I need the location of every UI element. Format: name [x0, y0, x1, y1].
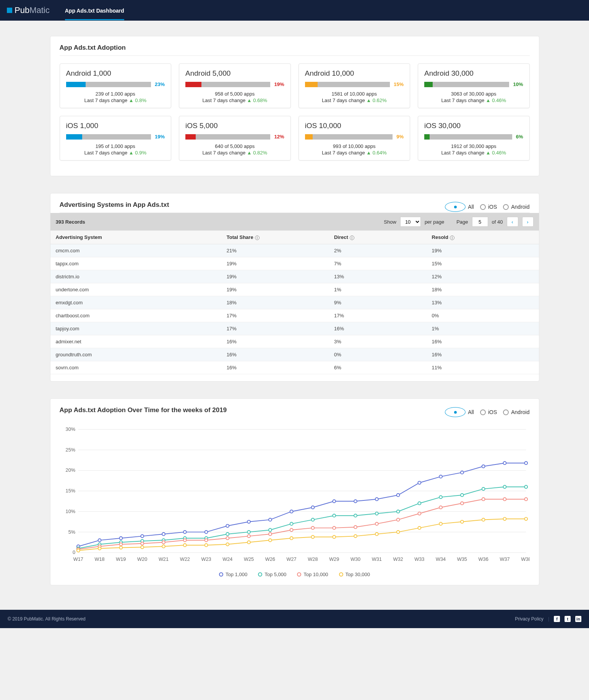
adoption-card: Android 1,00023%239 of 1,000 appsLast 7 … — [60, 63, 172, 108]
svg-text:W36: W36 — [478, 557, 488, 562]
brand-logo[interactable]: PubMatic — [7, 5, 50, 15]
svg-point-68 — [290, 522, 293, 525]
cell-resold: 13% — [427, 296, 539, 309]
linkedin-icon[interactable]: in — [575, 616, 581, 622]
card-subtitle: 993 of 10,000 apps — [305, 143, 404, 149]
adoption-card: iOS 30,0006%1912 of 30,000 appsLast 7 da… — [418, 116, 530, 161]
svg-point-86 — [204, 539, 208, 542]
progress-pct: 23% — [155, 81, 165, 87]
legend-item[interactable]: Top 1,000 — [219, 572, 247, 577]
svg-text:15%: 15% — [65, 488, 75, 494]
table-row[interactable]: districtm.io19%13%12% — [50, 270, 539, 283]
adoption-card: Android 10,00015%1581 of 10,000 appsLast… — [299, 63, 411, 108]
page-total: of 40 — [492, 219, 503, 225]
svg-text:W34: W34 — [436, 557, 446, 562]
radio-all[interactable]: All — [445, 202, 474, 212]
table-row[interactable]: sovrn.com16%6%11% — [50, 361, 539, 374]
svg-point-72 — [375, 512, 378, 515]
col-resold[interactable]: Resoldi — [427, 231, 539, 244]
col-direct[interactable]: Directi — [329, 231, 427, 244]
tab-dashboard[interactable]: App Ads.txt Dashboard — [65, 1, 124, 20]
legend-dot-icon — [297, 572, 301, 577]
page-size-select[interactable]: 10 — [400, 217, 421, 227]
svg-text:W33: W33 — [414, 557, 424, 562]
progress-bar — [305, 82, 390, 87]
legend-item[interactable]: Top 30,000 — [339, 572, 370, 577]
svg-text:W30: W30 — [350, 557, 360, 562]
cell-system: tappx.com — [50, 257, 221, 270]
arrow-up-icon: ▲ — [129, 150, 134, 156]
cell-direct: 17% — [329, 309, 427, 322]
cell-resold: 16% — [427, 335, 539, 348]
svg-text:W28: W28 — [308, 557, 318, 562]
cards-grid: Android 1,00023%239 of 1,000 appsLast 7 … — [60, 63, 530, 108]
table-row[interactable]: tapjoy.com17%16%1% — [50, 322, 539, 335]
cell-direct: 3% — [329, 335, 427, 348]
info-icon[interactable]: i — [255, 235, 260, 240]
svg-point-65 — [226, 533, 229, 536]
svg-point-75 — [439, 495, 442, 499]
col-system[interactable]: Advertising System — [50, 231, 221, 244]
svg-point-56 — [503, 461, 506, 465]
info-icon[interactable]: i — [450, 235, 454, 240]
privacy-link[interactable]: Privacy Policy — [515, 616, 544, 622]
radio-android[interactable]: Android — [503, 409, 529, 415]
cell-direct: 13% — [329, 270, 427, 283]
info-icon[interactable]: i — [350, 235, 354, 240]
card-title: iOS 10,000 — [305, 122, 404, 130]
arrow-up-icon: ▲ — [129, 97, 134, 103]
prev-page-button[interactable]: ‹ — [507, 217, 518, 227]
svg-text:W29: W29 — [329, 557, 339, 562]
logo-square-icon — [7, 8, 12, 13]
svg-point-92 — [333, 526, 336, 529]
progress-bar — [66, 134, 151, 140]
table-row[interactable]: undertone.com19%1%18% — [50, 283, 539, 296]
radio-dot-icon — [480, 204, 486, 210]
cell-system: sovrn.com — [50, 361, 221, 374]
svg-point-52 — [418, 481, 421, 484]
svg-text:W24: W24 — [222, 557, 232, 562]
card-change: Last 7 days change ▲ 0.46% — [424, 150, 523, 156]
chevron-right-icon: › — [527, 219, 528, 225]
next-page-button[interactable]: › — [522, 217, 534, 227]
svg-text:W37: W37 — [500, 557, 509, 562]
svg-text:W19: W19 — [116, 557, 126, 562]
svg-text:W27: W27 — [286, 557, 296, 562]
svg-point-83 — [141, 542, 144, 545]
footer-copyright: © 2019 PubMatic. All Rights Reserved — [8, 616, 86, 622]
table-row[interactable]: groundtruth.com16%0%16% — [50, 348, 539, 361]
svg-point-88 — [247, 534, 250, 538]
svg-point-74 — [418, 502, 421, 505]
table-toolbar: 393 Records Show 10 per page Page of 40 … — [50, 213, 539, 231]
arrow-up-icon: ▲ — [486, 150, 491, 156]
legend-item[interactable]: Top 10,000 — [297, 572, 328, 577]
twitter-icon[interactable]: t — [565, 616, 571, 622]
radio-ios[interactable]: iOS — [480, 409, 497, 415]
facebook-icon[interactable]: f — [554, 616, 560, 622]
table-row[interactable]: cmcm.com21%2%19% — [50, 244, 539, 257]
radio-ios[interactable]: iOS — [480, 204, 497, 210]
cell-share: 21% — [221, 244, 329, 257]
radio-all[interactable]: All — [445, 407, 474, 417]
svg-point-96 — [418, 512, 421, 515]
radio-dot-icon — [503, 409, 509, 415]
table-row[interactable]: emxdgt.com18%9%13% — [50, 296, 539, 309]
radio-android[interactable]: Android — [503, 204, 529, 210]
svg-point-118 — [418, 526, 421, 529]
svg-point-100 — [503, 498, 506, 501]
progress-bar — [424, 82, 509, 87]
legend-item[interactable]: Top 5,000 — [258, 572, 286, 577]
adoption-card: iOS 5,00012%640 of 5,000 appsLast 7 days… — [179, 116, 291, 161]
svg-point-123 — [524, 517, 527, 520]
cell-system: emxdgt.com — [50, 296, 221, 309]
table-row[interactable]: chartboost.com17%17%0% — [50, 309, 539, 322]
arrow-up-icon: ▲ — [247, 97, 252, 103]
table-row[interactable]: tappx.com19%7%15% — [50, 257, 539, 270]
page-number-input[interactable] — [472, 217, 488, 227]
card-subtitle: 3063 of 30,000 apps — [424, 91, 523, 97]
filter-radios: All iOS Android — [445, 407, 529, 417]
svg-point-46 — [290, 510, 293, 513]
cell-direct: 2% — [329, 244, 427, 257]
col-share[interactable]: Total Sharei — [221, 231, 329, 244]
table-row[interactable]: admixer.net16%3%16% — [50, 335, 539, 348]
